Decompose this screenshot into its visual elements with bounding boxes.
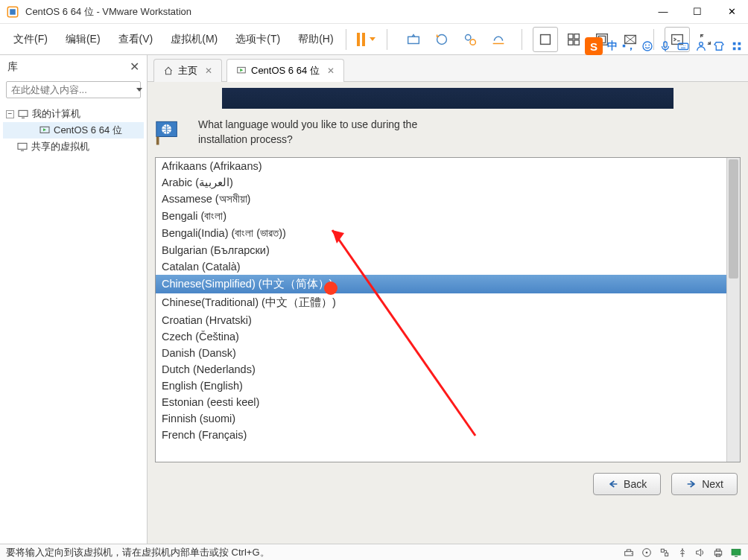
pause-button[interactable] — [354, 27, 379, 52]
library-header: 库 — [7, 60, 18, 74]
tab-vm[interactable]: CentOS 6 64 位 ✕ — [226, 59, 344, 82]
language-scrollbar[interactable] — [726, 158, 740, 462]
tab-vm-label: CentOS 6 64 位 — [251, 64, 320, 77]
tree-item-shared[interactable]: 共享的虚拟机 — [3, 139, 144, 155]
svg-point-4 — [465, 34, 470, 39]
svg-point-5 — [470, 39, 475, 45]
language-option[interactable]: Finnish (suomi) — [156, 410, 726, 427]
language-option[interactable]: Arabic (العربية) — [156, 174, 726, 191]
vm-tab-icon — [236, 66, 247, 76]
menu-edit[interactable]: 编辑(E) — [61, 30, 105, 49]
ime-person-icon[interactable] — [694, 39, 708, 53]
status-display-icon[interactable] — [730, 547, 742, 559]
language-option[interactable]: Chinese(Traditional) (中文（正體）) — [156, 293, 726, 312]
svg-rect-26 — [19, 110, 28, 116]
tree-expander-icon[interactable]: − — [6, 110, 14, 118]
menu-view[interactable]: 查看(V) — [114, 30, 158, 49]
language-option[interactable]: Bulgarian (Български) — [156, 242, 726, 258]
language-option[interactable]: Catalan (Català) — [156, 258, 726, 275]
svg-rect-19 — [678, 43, 688, 49]
search-dropdown-icon[interactable] — [136, 88, 142, 92]
status-disk-icon[interactable] — [623, 547, 635, 559]
close-button[interactable]: ✕ — [721, 6, 742, 17]
document-tabs: 主页 ✕ CentOS 6 64 位 ✕ — [148, 55, 748, 82]
svg-rect-7 — [568, 34, 572, 38]
tab-home[interactable]: 主页 ✕ — [153, 59, 222, 82]
language-option[interactable]: Bengali (বাংলা) — [156, 208, 726, 225]
tree-root-my-computer[interactable]: − 我的计算机 — [3, 106, 144, 122]
library-search[interactable] — [6, 81, 141, 98]
menu-help[interactable]: 帮助(H) — [294, 30, 337, 49]
status-network-icon[interactable] — [659, 547, 671, 559]
svg-rect-8 — [574, 34, 578, 38]
ime-lang[interactable]: 中 — [607, 39, 618, 53]
svg-rect-45 — [716, 549, 720, 551]
status-usb-icon[interactable] — [676, 547, 688, 559]
tree-shared-label: 共享的虚拟机 — [31, 140, 89, 153]
language-option[interactable]: Bengali(India) (বাংলা (ভারত)) — [156, 225, 726, 242]
ime-keyboard-icon[interactable] — [676, 39, 690, 53]
ime-smiley-icon[interactable] — [641, 39, 654, 53]
snapshot-button[interactable] — [401, 27, 426, 52]
ime-mic-icon[interactable] — [659, 39, 672, 53]
maximize-button[interactable]: ☐ — [687, 6, 708, 17]
svg-rect-43 — [665, 553, 668, 556]
menu-vm[interactable]: 虚拟机(M) — [166, 30, 222, 49]
ime-punct[interactable]: ▪， — [622, 39, 636, 53]
svg-rect-1 — [10, 9, 16, 15]
view-single-button[interactable] — [533, 27, 558, 52]
sogou-icon[interactable]: S — [585, 37, 603, 55]
next-label: Next — [702, 478, 723, 490]
tab-home-label: 主页 — [178, 64, 197, 77]
language-option[interactable]: Estonian (eesti keel) — [156, 394, 726, 410]
ime-toolbox-icon[interactable] — [730, 39, 744, 53]
language-option[interactable]: Assamese (অসমীয়া) — [156, 191, 726, 208]
window-title: CentOS 6 64 位 - VMware Workstation — [25, 5, 653, 19]
statusbar: 要将输入定向到该虚拟机，请在虚拟机内部单击或按 Ctrl+G。 — [0, 544, 748, 560]
svg-point-15 — [643, 42, 652, 51]
back-button[interactable]: Back — [593, 473, 661, 495]
vmware-icon — [6, 5, 19, 19]
language-option[interactable]: Danish (Dansk) — [156, 345, 726, 361]
svg-rect-42 — [661, 549, 664, 552]
window-controls: — ☐ ✕ — [653, 6, 742, 17]
language-listbox[interactable]: Afrikaans (Afrikaans)Arabic (العربية)Ass… — [155, 157, 741, 462]
status-printer-icon[interactable] — [712, 547, 724, 559]
language-option[interactable]: French (Français) — [156, 427, 726, 443]
library-search-input[interactable] — [11, 84, 136, 95]
status-cd-icon[interactable] — [641, 547, 653, 559]
tab-home-close[interactable]: ✕ — [205, 66, 212, 76]
back-label: Back — [624, 478, 647, 490]
view-thumbnail-button[interactable] — [561, 27, 586, 52]
language-option[interactable]: Czech (Čeština) — [156, 328, 726, 345]
tab-vm-close[interactable]: ✕ — [327, 66, 335, 76]
titlebar: CentOS 6 64 位 - VMware Workstation — ☐ ✕ — [0, 0, 748, 24]
next-button[interactable]: Next — [671, 473, 738, 495]
menu-file[interactable]: 文件(F) — [9, 30, 52, 49]
unity-button[interactable] — [486, 27, 511, 52]
ime-skin-icon[interactable] — [712, 39, 726, 53]
language-option[interactable]: Dutch (Nederlands) — [156, 361, 726, 378]
language-option[interactable]: Croatian (Hrvatski) — [156, 312, 726, 328]
language-option[interactable]: English (English) — [156, 378, 726, 394]
snapshot-revert-button[interactable] — [429, 27, 454, 52]
svg-marker-28 — [43, 128, 46, 131]
svg-rect-23 — [733, 48, 736, 51]
installer-viewport[interactable]: What language would you like to use duri… — [148, 82, 748, 544]
status-sound-icon[interactable] — [694, 547, 706, 559]
library-tree: − 我的计算机 CentOS 6 64 位 共享的虚拟机 — [0, 101, 147, 159]
svg-rect-44 — [714, 551, 721, 555]
computer-icon — [17, 109, 29, 119]
language-option[interactable]: Chinese(Simplified) (中文（简体）) — [156, 275, 726, 293]
ime-toolbar[interactable]: S 中 ▪， — [585, 37, 744, 55]
svg-point-16 — [645, 45, 647, 46]
svg-rect-24 — [738, 48, 741, 51]
minimize-button[interactable]: — — [653, 6, 673, 17]
language-option[interactable]: Afrikaans (Afrikaans) — [156, 158, 726, 174]
snapshot-manager-button[interactable] — [457, 27, 483, 52]
svg-point-17 — [648, 45, 650, 46]
scrollbar-thumb[interactable] — [729, 159, 738, 279]
tree-item-centos[interactable]: CentOS 6 64 位 — [3, 122, 144, 139]
library-close-button[interactable]: ✕ — [130, 60, 139, 74]
menu-tabs[interactable]: 选项卡(T) — [231, 30, 285, 49]
